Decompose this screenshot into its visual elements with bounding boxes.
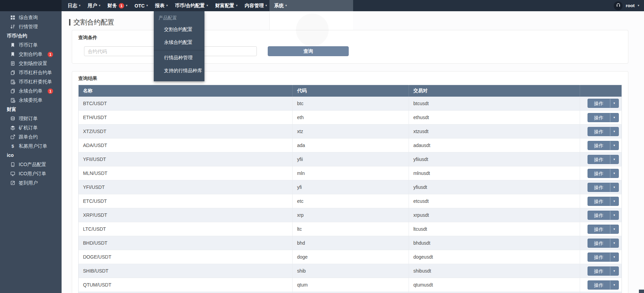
table-row: YFI/USDTyfiyfiusdt操作▾	[79, 180, 622, 194]
row-action-caret-button[interactable]: ▾	[610, 141, 619, 150]
row-action-button[interactable]: 操作	[588, 253, 610, 262]
cell-code: yfii	[293, 152, 409, 166]
nav-menu-item[interactable]: 系统▾	[274, 3, 287, 9]
action-button-group: 操作▾	[588, 211, 619, 220]
sidebar-item[interactable]: 行情管理	[0, 22, 62, 31]
sidebar-item[interactable]: ICO用户订单	[0, 169, 62, 178]
row-action-caret-button[interactable]: ▾	[610, 266, 619, 276]
row-action-caret-button[interactable]: ▾	[610, 253, 619, 262]
cell-code: eth	[293, 111, 409, 125]
cell-code: doge	[293, 250, 409, 264]
row-action-button[interactable]: 操作	[588, 239, 610, 248]
chevron-down-icon: ▾	[613, 172, 615, 175]
row-action-button[interactable]: 操作	[588, 183, 610, 192]
cell-code: ada	[293, 139, 409, 152]
row-action-button[interactable]: 操作	[588, 211, 610, 220]
row-action-button[interactable]: 操作	[588, 280, 610, 290]
doc-icon	[10, 61, 15, 66]
action-button-group: 操作▾	[588, 113, 619, 122]
chevron-down-icon: ▾	[638, 4, 639, 7]
sidebar-item[interactable]: 永续委托单	[0, 96, 62, 105]
loading-watermark-circle	[296, 14, 329, 46]
chevron-down-icon: ▾	[613, 270, 615, 273]
dropdown-menu-item[interactable]: 交割合约配置	[154, 23, 204, 36]
sidebar-item[interactable]: 理财订单	[0, 114, 62, 123]
dropdown-menu-item[interactable]: 行情品种管理	[154, 51, 204, 64]
username: root	[626, 3, 634, 8]
cell-pair: xtzusdt	[409, 125, 580, 139]
sidebar-item[interactable]: 交割场控设置	[0, 59, 62, 68]
row-action-caret-button[interactable]: ▾	[610, 113, 619, 122]
sidebar-item[interactable]: 签到用户	[0, 178, 62, 188]
sidebar-item-label: 永续委托单	[19, 97, 43, 103]
row-action-button[interactable]: 操作	[588, 127, 610, 136]
sidebar-item-label: 理财订单	[19, 116, 38, 122]
row-action-button[interactable]: 操作	[588, 197, 610, 206]
row-action-caret-button[interactable]: ▾	[610, 99, 619, 108]
row-action-caret-button[interactable]: ▾	[610, 211, 619, 220]
sidebar-item-label: 币币杠杆合约单	[19, 70, 52, 76]
nav-menu-item[interactable]: 币币/合约配置▾	[175, 3, 208, 9]
row-action-caret-button[interactable]: ▾	[610, 155, 619, 164]
table-row: YFII/USDTyfiiyfiiusdt操作▾	[79, 152, 622, 166]
count-badge: 1	[48, 52, 53, 57]
admin-screen: 日志▾用户▾财务1▾OTC▾报表▾币币/合约配置▾财富配置▾内容管理▾系统▾ r…	[0, 0, 644, 293]
sidebar-item[interactable]: 综合查询	[0, 13, 62, 22]
row-action-caret-button[interactable]: ▾	[610, 197, 619, 206]
cell-actions: 操作▾	[580, 166, 622, 180]
row-action-caret-button[interactable]: ▾	[610, 280, 619, 290]
user-menu[interactable]: root ▾	[614, 0, 639, 11]
cell-pair: ltcusdt	[409, 222, 580, 236]
sidebar-item-label: 交割场控设置	[19, 61, 47, 67]
copy-icon	[10, 70, 15, 75]
nav-menu-item[interactable]: 内容管理▾	[245, 3, 267, 9]
sidebar-item[interactable]: $私募用户订单	[0, 142, 62, 151]
nav-menu-item[interactable]: 财富配置▾	[215, 3, 238, 9]
row-action-caret-button[interactable]: ▾	[610, 127, 619, 136]
cell-actions: 操作▾	[580, 208, 622, 222]
table-row: DOGE/USDTdogedogeusdt操作▾	[79, 250, 622, 264]
row-action-button[interactable]: 操作	[588, 141, 610, 150]
search-button[interactable]: 查询	[268, 46, 349, 56]
nav-menu-item[interactable]: 用户▾	[88, 3, 101, 9]
sidebar-item[interactable]: 币币杠杆委托单	[0, 77, 62, 86]
sidebar-item[interactable]: 交割合约单1	[0, 50, 62, 59]
row-action-button[interactable]: 操作	[588, 113, 610, 122]
sidebar-item[interactable]: ICO产品配置	[0, 160, 62, 169]
nav-item-label: 用户	[88, 3, 97, 9]
sidebar-item[interactable]: 跟单合约	[0, 132, 62, 142]
row-action-caret-button[interactable]: ▾	[610, 169, 619, 178]
dropdown-menu-item[interactable]: 支持的行情品种库	[154, 64, 204, 77]
cell-code: mln	[293, 166, 409, 180]
row-action-caret-button[interactable]: ▾	[610, 183, 619, 192]
cell-pair: xrpusdt	[409, 208, 580, 222]
row-action-button[interactable]: 操作	[588, 155, 610, 164]
nav-item-label: 财富配置	[215, 3, 234, 9]
monitor-icon	[10, 171, 15, 176]
dropdown-menu-item[interactable]: 永续合约配置	[154, 36, 204, 49]
row-action-button[interactable]: 操作	[588, 225, 610, 234]
nav-menu-item[interactable]: 报表▾	[155, 3, 168, 9]
row-action-button[interactable]: 操作	[588, 169, 610, 178]
chevron-down-icon: ▾	[99, 4, 101, 7]
cell-actions: 操作▾	[580, 250, 622, 264]
row-action-caret-button[interactable]: ▾	[610, 225, 619, 234]
table-column-header: 交易对	[409, 85, 580, 97]
nav-menu-item[interactable]: 财务1▾	[108, 3, 128, 9]
chevron-down-icon: ▾	[613, 102, 615, 105]
cell-name: SHIB/USDT	[79, 264, 293, 278]
sidebar-item[interactable]: 永续合约单1	[0, 86, 62, 96]
cell-actions: 操作▾	[580, 236, 622, 250]
copy-icon	[10, 88, 15, 94]
sidebar-item[interactable]: 币币订单	[0, 40, 62, 50]
nav-menu-item[interactable]: 日志▾	[68, 3, 81, 9]
chevron-down-icon: ▾	[613, 116, 615, 119]
row-action-button[interactable]: 操作	[588, 266, 610, 276]
chevron-down-icon: ▾	[613, 158, 615, 161]
sidebar-item[interactable]: 币币杠杆合约单	[0, 68, 62, 77]
nav-menu-item[interactable]: OTC▾	[135, 3, 148, 9]
row-action-button[interactable]: 操作	[588, 99, 610, 108]
sidebar-item[interactable]: 矿机订单	[0, 123, 62, 132]
row-action-caret-button[interactable]: ▾	[610, 239, 619, 248]
sidebar-item-label: ICO用户订单	[19, 171, 46, 177]
